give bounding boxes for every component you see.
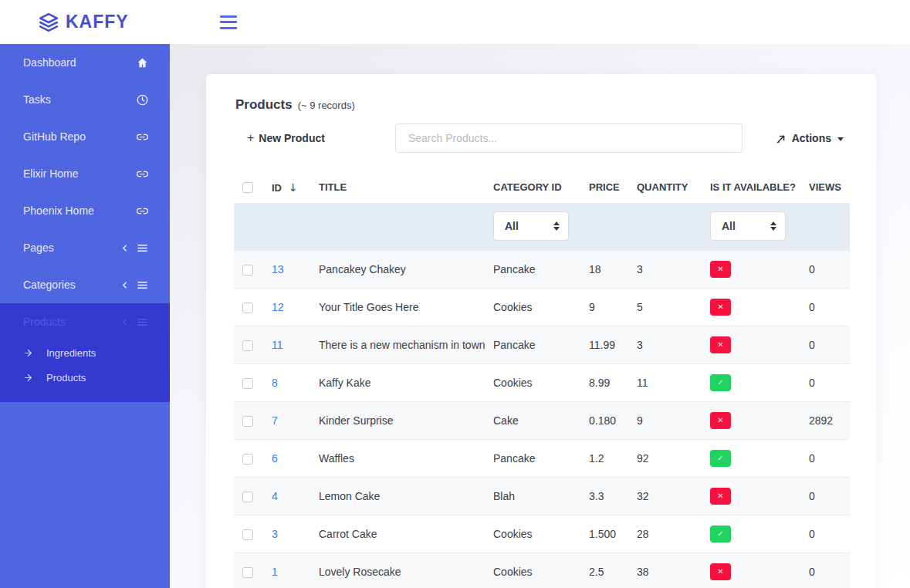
sidebar-subitem-ingredients[interactable]: Ingredients [0,340,170,365]
column-header-id[interactable]: ID↓ [272,171,319,203]
table-row: 13 Pancakey Chakey Pancake 18 3 ✕ 0 [234,250,850,288]
availability-badge: ✕ [710,563,731,580]
row-checkbox[interactable] [242,492,253,502]
row-views: 0 [809,326,850,363]
row-checkbox[interactable] [242,378,253,389]
row-id-link[interactable]: 4 [272,490,278,502]
table-row: 3 Carrot Cake Cookies 1.500 28 ✓ 0 [234,515,850,553]
sidebar-item-tasks[interactable]: Tasks [0,81,170,118]
page-title: Products [235,97,293,113]
availability-badge: ✓ [710,525,731,542]
row-quantity: 3 [637,326,710,363]
row-price: 1.2 [589,439,637,477]
row-title: There is a new mechanism in town [319,326,493,363]
row-quantity: 3 [637,250,710,288]
menu-icon [137,316,148,328]
row-quantity: 5 [637,288,710,326]
row-title: Pancakey Chakey [319,250,493,288]
sidebar: Dashboard Tasks GitHub Repo Elixir Home [0,44,170,588]
sort-descending-icon[interactable]: ↓ [289,181,298,194]
row-id-link[interactable]: 13 [272,263,284,275]
row-price: 1.500 [589,515,637,553]
column-header-available[interactable]: IS IT AVAILABLE? [710,171,809,203]
row-views: 0 [809,363,850,401]
availability-badge: ✕ [710,336,731,353]
row-category: Cookies [493,288,589,326]
brand-name: KAFFY [66,12,129,32]
column-header-category-id[interactable]: CATEGORY ID [493,171,589,203]
row-category: Blah [493,477,589,515]
row-quantity: 92 [637,439,710,477]
column-header-views[interactable]: VIEWS [809,171,850,203]
link-icon [137,168,148,180]
sidebar-toggle-button[interactable] [220,15,237,29]
column-header-price[interactable]: PRICE [589,171,637,203]
row-views: 0 [809,439,850,477]
row-quantity: 9 [637,401,710,439]
row-id-link[interactable]: 3 [272,528,278,540]
sidebar-item-github-repo[interactable]: GitHub Repo [0,118,170,155]
sidebar-item-pages[interactable]: Pages [0,229,170,266]
brand-logo[interactable]: KAFFY [39,12,129,32]
plus-icon: + [247,131,254,145]
column-header-quantity[interactable]: QUANTITY [637,171,710,203]
row-views: 0 [809,477,850,515]
arrow-right-icon [23,373,33,383]
row-id-link[interactable]: 11 [272,339,283,351]
availability-badge: ✕ [710,261,731,278]
row-id-link[interactable]: 12 [272,301,284,313]
products-card: Products (~ 9 records) + New Product Act… [206,74,876,588]
available-filter-select[interactable]: All [710,211,786,241]
chevron-left-icon [120,280,130,290]
row-checkbox[interactable] [242,454,253,465]
main-area: Products (~ 9 records) + New Product Act… [170,44,910,588]
sidebar-item-products[interactable]: Products [0,303,170,340]
home-icon [137,57,148,69]
caret-down-icon [837,137,844,141]
sidebar-item-dashboard[interactable]: Dashboard [0,44,170,81]
search-input[interactable] [395,123,743,153]
row-title: Waffles [319,439,493,477]
table-row: 7 Kinder Surprise Cake 0.180 9 ✕ 2892 [234,401,850,439]
new-product-button[interactable]: + New Product [247,131,325,145]
row-checkbox[interactable] [242,567,253,578]
actions-dropdown-button[interactable]: Actions [776,132,844,144]
row-checkbox[interactable] [242,416,253,427]
sidebar-group-products: Products Ingredients Products [0,303,170,402]
row-checkbox[interactable] [242,529,253,540]
table-row: 12 Your Title Goes Here Cookies 9 5 ✕ 0 [234,288,850,326]
row-id-link[interactable]: 6 [272,452,278,465]
column-header-title[interactable]: TITLE [319,171,493,203]
chevron-left-icon [120,243,130,253]
menu-icon [137,279,148,291]
products-table: ID↓ TITLE CATEGORY ID PRICE QUANTITY IS … [234,171,850,588]
category-filter-select[interactable]: All [493,211,569,241]
sidebar-item-elixir-home[interactable]: Elixir Home [0,155,170,192]
row-id-link[interactable]: 8 [272,377,278,389]
row-price: 3.3 [589,477,637,515]
row-id-link[interactable]: 1 [272,566,278,578]
row-views: 0 [809,515,850,553]
top-bar: KAFFY [0,0,910,44]
row-price: 18 [589,250,637,288]
row-id-link[interactable]: 7 [272,414,278,427]
sidebar-item-categories[interactable]: Categories [0,266,170,303]
row-title: Lovely Rosecake [319,553,493,588]
layers-icon [39,12,59,32]
row-quantity: 32 [637,477,710,515]
link-icon [137,131,148,143]
row-quantity: 38 [637,553,710,588]
row-category: Pancake [493,250,589,288]
row-title: Carrot Cake [319,515,493,553]
sidebar-subitem-products[interactable]: Products [0,365,170,390]
row-price: 2.5 [589,553,637,588]
row-checkbox[interactable] [242,340,253,351]
availability-badge: ✕ [710,488,731,505]
row-category: Cookies [493,515,589,553]
sidebar-item-phoenix-home[interactable]: Phoenix Home [0,192,170,229]
row-checkbox[interactable] [242,265,253,275]
select-all-checkbox[interactable] [242,182,253,193]
row-price: 0.180 [589,401,637,439]
table-row: 4 Lemon Cake Blah 3.3 32 ✕ 0 [234,477,850,515]
row-checkbox[interactable] [242,302,253,313]
